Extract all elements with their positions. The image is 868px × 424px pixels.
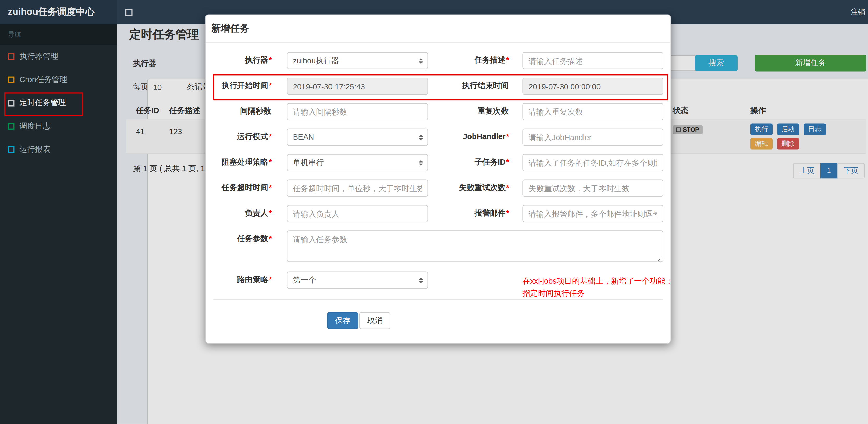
feature-note-line2: 指定时间执行任务 (522, 287, 673, 299)
executor-select-value: zuihou执行器 (293, 56, 339, 65)
job-params-textarea[interactable] (287, 230, 663, 262)
feature-note-line1: 在xxl-jobs项目的基础上，新增了一个功能： (522, 275, 673, 287)
fail-retry-input[interactable] (522, 180, 663, 197)
modal-divider (214, 299, 663, 300)
fail-retry-label: 失败重试次数* (389, 183, 509, 193)
timeout-label: 任务超时时间* (206, 183, 272, 193)
run-mode-label: 运行模式* (206, 132, 272, 142)
executor-label: 执行器* (206, 56, 272, 65)
feature-note: 在xxl-jobs项目的基础上，新增了一个功能： 指定时间执行任务 (522, 275, 673, 299)
alarm-email-label: 报警邮件* (389, 208, 509, 218)
job-handler-label: JobHandler* (389, 132, 509, 141)
alarm-email-input[interactable] (522, 205, 663, 222)
child-job-id-label: 子任务ID* (389, 157, 509, 167)
cancel-button[interactable]: 取消 (360, 312, 391, 329)
run-mode-select-value: BEAN (293, 133, 314, 141)
job-desc-label: 任务描述* (389, 56, 509, 65)
repeat-count-label: 重复次数 (389, 106, 509, 117)
modal-title: 新增任务 (206, 15, 671, 42)
child-job-id-input[interactable] (522, 154, 663, 171)
save-button[interactable]: 保存 (327, 312, 358, 329)
job-desc-input[interactable] (522, 52, 663, 69)
app-root: zuihou任务调度中心 注销 导航 执行器管理 Cron任务管理 定时任务管理… (0, 0, 868, 424)
job-params-label: 任务参数* (206, 234, 272, 244)
block-strategy-label: 阻塞处理策略* (206, 157, 272, 167)
interval-label: 间隔秒数 (206, 106, 272, 117)
start-time-label: 执行开始时间* (206, 81, 272, 91)
route-strategy-label: 路由策略* (206, 275, 272, 285)
block-strategy-select-value: 单机串行 (293, 158, 324, 167)
modal-footer: 保存 取消 (206, 312, 671, 329)
add-task-form: 执行器* zuihou执行器 任务描述* 执行开始时间* 执行结束时间 间隔秒数… (206, 43, 671, 329)
add-task-modal: 新增任务 执行器* zuihou执行器 任务描述* 执行开始时间* 执行结束时间… (205, 14, 671, 344)
route-strategy-select[interactable]: 第一个 (287, 272, 428, 289)
end-time-label: 执行结束时间 (389, 81, 509, 91)
end-time-input[interactable] (522, 77, 663, 95)
route-strategy-select-value: 第一个 (293, 275, 316, 284)
select-arrows-icon (418, 278, 423, 283)
owner-label: 负责人* (206, 208, 272, 218)
job-handler-input[interactable] (522, 129, 663, 146)
repeat-count-input[interactable] (522, 103, 663, 120)
